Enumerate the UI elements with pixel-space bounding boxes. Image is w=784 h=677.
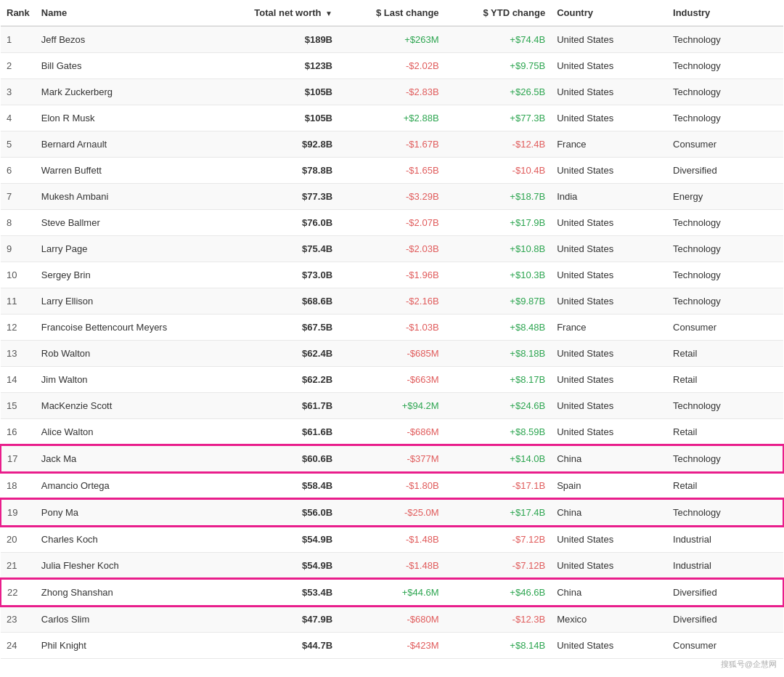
cell-country: United States [551,288,667,315]
cell-industry: Technology [667,210,783,236]
cell-name: Julia Flesher Koch [36,553,219,580]
cell-industry: Retail [667,472,783,499]
cell-rank: 23 [1,606,36,633]
table-row: 14 Jim Walton $62.2B -$663M +$8.17B Unit… [1,367,783,393]
cell-name: Alice Walton [36,419,219,446]
billionaires-table-container: Rank Name Total net worth ▼ $ Last chang… [0,0,784,659]
cell-ytd-change: +$77.3B [445,105,552,131]
table-header-row: Rank Name Total net worth ▼ $ Last chang… [1,0,783,26]
cell-rank: 20 [1,526,36,553]
cell-net-worth: $53.4B [219,579,338,606]
table-row: 15 MacKenzie Scott $61.7B +$94.2M +$24.6… [1,393,783,419]
cell-industry: Consumer [667,315,783,341]
col-country: Country [551,0,667,26]
cell-last-change: -$2.16B [338,288,445,315]
cell-net-worth: $123B [219,53,338,79]
table-row: 5 Bernard Arnault $92.8B -$1.67B -$12.4B… [1,131,783,158]
col-last-change: $ Last change [338,0,445,26]
cell-rank: 2 [1,53,36,79]
cell-industry: Technology [667,288,783,315]
table-row: 6 Warren Buffett $78.8B -$1.65B -$10.4B … [1,158,783,184]
table-row: 11 Larry Ellison $68.6B -$2.16B +$9.87B … [1,288,783,315]
cell-industry: Technology [667,53,783,79]
cell-name: Zhong Shanshan [36,579,219,606]
cell-last-change: -$2.07B [338,210,445,236]
cell-net-worth: $105B [219,79,338,105]
cell-country: United States [551,236,667,262]
cell-name: Pony Ma [36,499,219,526]
cell-net-worth: $73.0B [219,262,338,288]
cell-net-worth: $54.9B [219,526,338,553]
cell-industry: Retail [667,419,783,446]
cell-last-change: -$2.03B [338,236,445,262]
cell-industry: Diversified [667,579,783,606]
cell-last-change: -$1.67B [338,131,445,158]
cell-country: United States [551,526,667,553]
cell-rank: 11 [1,288,36,315]
cell-net-worth: $62.4B [219,341,338,367]
cell-country: United States [551,633,667,659]
table-row: 7 Mukesh Ambani $77.3B -$3.29B +$18.7B I… [1,184,783,210]
cell-name: MacKenzie Scott [36,393,219,419]
cell-net-worth: $76.0B [219,210,338,236]
cell-country: United States [551,553,667,580]
cell-rank: 7 [1,184,36,210]
cell-net-worth: $68.6B [219,288,338,315]
cell-ytd-change: +$8.48B [445,315,552,341]
table-row: 3 Mark Zuckerberg $105B -$2.83B +$26.5B … [1,79,783,105]
cell-industry: Energy [667,184,783,210]
cell-last-change: -$2.83B [338,79,445,105]
cell-ytd-change: +$10.3B [445,262,552,288]
cell-last-change: -$1.96B [338,262,445,288]
cell-last-change: -$1.80B [338,472,445,499]
col-rank: Rank [1,0,36,26]
cell-last-change: -$2.02B [338,53,445,79]
cell-country: United States [551,26,667,53]
cell-net-worth: $47.9B [219,606,338,633]
cell-industry: Industrial [667,553,783,580]
cell-country: China [551,579,667,606]
table-row: 9 Larry Page $75.4B -$2.03B +$10.8B Unit… [1,236,783,262]
cell-ytd-change: +$26.5B [445,79,552,105]
cell-name: Charles Koch [36,526,219,553]
cell-last-change: -$1.48B [338,526,445,553]
cell-name: Elon R Musk [36,105,219,131]
cell-industry: Diversified [667,158,783,184]
table-row: 24 Phil Knight $44.7B -$423M +$8.14B Uni… [1,633,783,659]
cell-rank: 1 [1,26,36,53]
cell-country: United States [551,367,667,393]
cell-last-change: -$663M [338,367,445,393]
cell-ytd-change: -$10.4B [445,158,552,184]
cell-last-change: +$94.2M [338,393,445,419]
cell-net-worth: $92.8B [219,131,338,158]
cell-name: Bill Gates [36,53,219,79]
cell-industry: Technology [667,79,783,105]
cell-net-worth: $77.3B [219,184,338,210]
cell-ytd-change: +$10.8B [445,236,552,262]
cell-name: Jack Ma [36,445,219,472]
cell-rank: 21 [1,553,36,580]
cell-ytd-change: +$8.59B [445,419,552,446]
cell-industry: Diversified [667,606,783,633]
cell-industry: Technology [667,393,783,419]
sort-arrow: ▼ [325,9,332,17]
cell-country: United States [551,341,667,367]
col-net-worth[interactable]: Total net worth ▼ [219,0,338,26]
cell-country: India [551,184,667,210]
cell-ytd-change: +$18.7B [445,184,552,210]
table-row: 19 Pony Ma $56.0B -$25.0M +$17.4B China … [1,499,783,526]
cell-name: Carlos Slim [36,606,219,633]
cell-rank: 24 [1,633,36,659]
cell-country: Mexico [551,606,667,633]
cell-net-worth: $75.4B [219,236,338,262]
cell-ytd-change: +$24.6B [445,393,552,419]
cell-name: Steve Ballmer [36,210,219,236]
cell-ytd-change: +$8.17B [445,367,552,393]
table-row: 21 Julia Flesher Koch $54.9B -$1.48B -$7… [1,553,783,580]
col-name: Name [36,0,219,26]
cell-net-worth: $67.5B [219,315,338,341]
cell-ytd-change: +$46.6B [445,579,552,606]
cell-net-worth: $105B [219,105,338,131]
cell-rank: 4 [1,105,36,131]
cell-ytd-change: -$12.3B [445,606,552,633]
